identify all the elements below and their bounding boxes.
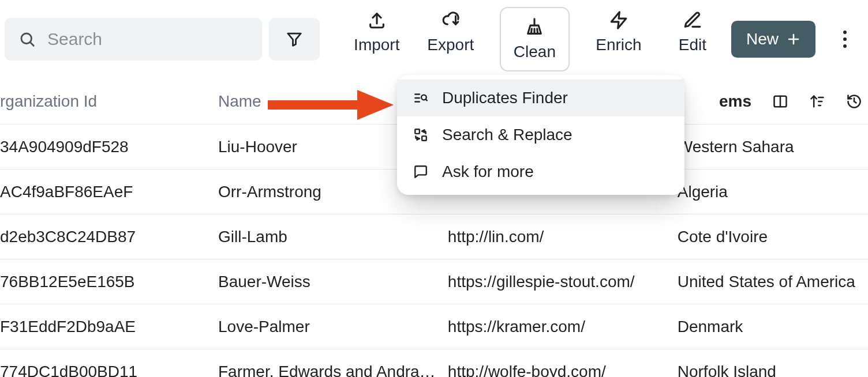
items-label: ems (719, 92, 751, 111)
svg-marker-21 (357, 90, 394, 120)
table-row[interactable]: 76BB12E5eE165BBauer-Weisshttps://gillesp… (0, 259, 868, 304)
cell-url: http://lin.com/ (448, 228, 678, 246)
enrich-button[interactable]: Enrich (594, 7, 643, 59)
cell-country: Cote d'Ivoire (678, 228, 868, 246)
dropdown-duplicates-finder[interactable]: Duplicates Finder (397, 80, 684, 116)
more-menu-button[interactable] (834, 28, 856, 51)
table-row[interactable]: 774DC1dB00BD11Farmer, Edwards and Andra…… (0, 349, 868, 377)
cell-name: Love-Palmer (218, 318, 448, 336)
cell-organization-id: 76BB12E5eE165B (0, 273, 218, 291)
columns-toggle-button[interactable] (772, 93, 788, 110)
chat-icon (412, 164, 429, 179)
sort-button[interactable] (809, 93, 825, 110)
cell-url: https://kramer.com/ (448, 318, 678, 336)
import-button[interactable]: Import (352, 7, 402, 59)
top-toolbar: Import Export Clean Enrich Edit (0, 0, 868, 78)
export-label: Export (427, 36, 474, 54)
bolt-icon (609, 10, 628, 30)
broom-icon (525, 17, 544, 37)
cell-organization-id: AC4f9aBF86EAeF (0, 183, 218, 201)
edit-label: Edit (679, 36, 706, 54)
svg-line-6 (532, 29, 532, 34)
clean-dropdown: Duplicates Finder Search & Replace Ask f… (397, 75, 684, 195)
col-organization-id[interactable]: rganization Id (0, 92, 218, 111)
svg-marker-9 (611, 12, 626, 28)
annotation-arrow (268, 88, 395, 122)
cell-name: Farmer, Edwards and Andra… (218, 363, 448, 378)
table-row[interactable]: d2eb3C8C24DB87Gill-Lambhttp://lin.com/Co… (0, 214, 868, 259)
svg-rect-27 (415, 129, 420, 134)
svg-line-19 (854, 101, 856, 103)
cell-url: http://wolfe-boyd.com/ (448, 363, 678, 378)
replace-icon (412, 127, 429, 142)
duplicates-icon (412, 91, 429, 105)
clean-label: Clean (514, 43, 556, 61)
upload-icon (367, 10, 387, 30)
cell-country: Western Sahara (678, 138, 868, 156)
dropdown-item-label: Duplicates Finder (442, 89, 568, 107)
cloud-download-icon (441, 10, 461, 30)
import-label: Import (354, 36, 399, 54)
filter-icon (286, 31, 303, 48)
cell-organization-id: d2eb3C8C24DB87 (0, 228, 218, 246)
edit-button[interactable]: Edit (668, 7, 717, 59)
enrich-label: Enrich (596, 36, 641, 54)
action-tools: Import Export Clean Enrich Edit (352, 7, 717, 71)
search-box[interactable] (5, 18, 262, 61)
new-button[interactable]: New (731, 21, 815, 58)
dropdown-search-replace[interactable]: Search & Replace (397, 116, 684, 153)
table-row[interactable]: F31EddF2Db9aAELove-Palmerhttps://kramer.… (0, 304, 868, 349)
clean-button[interactable]: Clean (500, 7, 570, 71)
new-label: New (746, 30, 779, 48)
cell-organization-id: F31EddF2Db9aAE (0, 318, 218, 336)
dropdown-ask-more[interactable]: Ask for more (397, 153, 684, 190)
dropdown-item-label: Ask for more (442, 163, 534, 181)
cell-name: Gill-Lamb (218, 228, 448, 246)
history-button[interactable] (846, 93, 862, 110)
filter-button[interactable] (269, 18, 320, 61)
search-input[interactable] (46, 29, 248, 50)
cell-country: United States of America (678, 273, 868, 291)
svg-line-8 (537, 29, 538, 34)
cell-url: https://gillespie-stout.com/ (448, 273, 678, 291)
cell-country: Denmark (678, 318, 868, 336)
plus-icon (787, 32, 800, 46)
cell-organization-id: 774DC1dB00BD11 (0, 363, 218, 378)
dropdown-item-label: Search & Replace (442, 126, 573, 144)
svg-marker-2 (288, 33, 301, 46)
search-icon (18, 31, 36, 48)
kebab-icon (843, 29, 847, 50)
svg-line-26 (425, 99, 426, 100)
cell-organization-id: 34A904909dF528 (0, 138, 218, 156)
cell-country: Norfolk Island (678, 363, 868, 378)
svg-line-1 (30, 42, 33, 46)
export-button[interactable]: Export (426, 7, 476, 59)
svg-rect-28 (422, 136, 426, 141)
cell-name: Bauer-Weiss (218, 273, 448, 291)
cell-country: Algeria (678, 183, 868, 201)
table-header-tools: ems (719, 92, 862, 111)
edit-icon (683, 10, 702, 30)
